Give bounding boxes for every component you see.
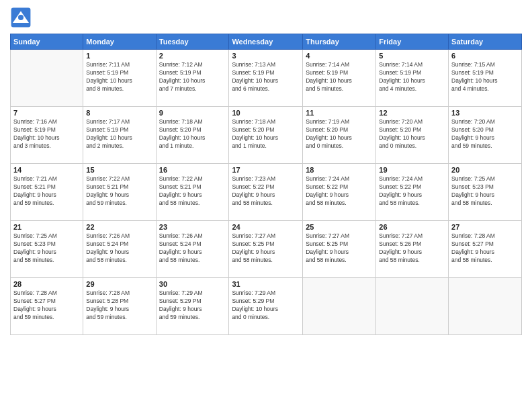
calendar-day-cell xyxy=(11,50,83,107)
day-info: Sunrise: 7:20 AM Sunset: 5:20 PM Dayligh… xyxy=(451,118,519,150)
calendar-day-cell: 21Sunrise: 7:25 AM Sunset: 5:23 PM Dayli… xyxy=(11,221,83,278)
day-info: Sunrise: 7:25 AM Sunset: 5:23 PM Dayligh… xyxy=(451,175,519,208)
calendar-day-cell: 30Sunrise: 7:29 AM Sunset: 5:29 PM Dayli… xyxy=(156,278,229,335)
calendar-day-cell: 8Sunrise: 7:17 AM Sunset: 5:19 PM Daylig… xyxy=(83,107,156,164)
calendar-day-cell: 28Sunrise: 7:28 AM Sunset: 5:27 PM Dayli… xyxy=(11,278,83,335)
day-number: 10 xyxy=(232,109,300,117)
day-number: 19 xyxy=(379,166,445,174)
calendar-day-cell: 14Sunrise: 7:21 AM Sunset: 5:21 PM Dayli… xyxy=(11,164,83,221)
day-info: Sunrise: 7:23 AM Sunset: 5:22 PM Dayligh… xyxy=(232,175,300,208)
calendar-header-row: SundayMondayTuesdayWednesdayThursdayFrid… xyxy=(11,34,522,50)
day-info: Sunrise: 7:27 AM Sunset: 5:25 PM Dayligh… xyxy=(232,232,300,265)
calendar-day-header: Saturday xyxy=(449,34,522,50)
page: SundayMondayTuesdayWednesdayThursdayFrid… xyxy=(0,0,532,411)
header xyxy=(10,7,522,28)
day-number: 21 xyxy=(13,223,80,231)
day-number: 22 xyxy=(86,223,152,231)
day-number: 5 xyxy=(379,52,445,60)
day-number: 13 xyxy=(451,109,519,117)
day-number: 23 xyxy=(159,223,226,231)
calendar-day-cell: 18Sunrise: 7:24 AM Sunset: 5:22 PM Dayli… xyxy=(303,164,376,221)
day-info: Sunrise: 7:24 AM Sunset: 5:22 PM Dayligh… xyxy=(379,175,445,208)
day-info: Sunrise: 7:27 AM Sunset: 5:25 PM Dayligh… xyxy=(306,232,373,265)
day-number: 29 xyxy=(86,280,152,288)
day-number: 3 xyxy=(232,52,300,60)
day-info: Sunrise: 7:26 AM Sunset: 5:24 PM Dayligh… xyxy=(86,232,152,265)
calendar-day-cell: 29Sunrise: 7:28 AM Sunset: 5:28 PM Dayli… xyxy=(83,278,156,335)
calendar-day-cell: 20Sunrise: 7:25 AM Sunset: 5:23 PM Dayli… xyxy=(449,164,522,221)
calendar-day-cell: 9Sunrise: 7:18 AM Sunset: 5:20 PM Daylig… xyxy=(156,107,229,164)
calendar: SundayMondayTuesdayWednesdayThursdayFrid… xyxy=(10,34,522,335)
calendar-day-cell: 23Sunrise: 7:26 AM Sunset: 5:24 PM Dayli… xyxy=(156,221,229,278)
calendar-day-cell: 24Sunrise: 7:27 AM Sunset: 5:25 PM Dayli… xyxy=(229,221,303,278)
day-number: 20 xyxy=(451,166,519,174)
day-number: 17 xyxy=(232,166,300,174)
calendar-week-row: 21Sunrise: 7:25 AM Sunset: 5:23 PM Dayli… xyxy=(11,221,522,278)
day-number: 2 xyxy=(159,52,226,60)
calendar-day-cell: 7Sunrise: 7:16 AM Sunset: 5:19 PM Daylig… xyxy=(11,107,83,164)
calendar-week-row: 28Sunrise: 7:28 AM Sunset: 5:27 PM Dayli… xyxy=(11,278,522,335)
calendar-day-cell xyxy=(449,278,522,335)
day-number: 1 xyxy=(86,52,152,60)
day-info: Sunrise: 7:17 AM Sunset: 5:19 PM Dayligh… xyxy=(86,118,152,150)
day-info: Sunrise: 7:14 AM Sunset: 5:19 PM Dayligh… xyxy=(306,61,373,93)
calendar-day-cell: 25Sunrise: 7:27 AM Sunset: 5:25 PM Dayli… xyxy=(303,221,376,278)
calendar-day-cell: 27Sunrise: 7:28 AM Sunset: 5:27 PM Dayli… xyxy=(449,221,522,278)
day-info: Sunrise: 7:24 AM Sunset: 5:22 PM Dayligh… xyxy=(306,175,373,208)
day-number: 28 xyxy=(13,280,80,288)
calendar-day-cell: 16Sunrise: 7:22 AM Sunset: 5:21 PM Dayli… xyxy=(156,164,229,221)
day-number: 8 xyxy=(86,109,152,117)
day-number: 11 xyxy=(306,109,373,117)
calendar-day-cell: 13Sunrise: 7:20 AM Sunset: 5:20 PM Dayli… xyxy=(449,107,522,164)
calendar-day-cell: 22Sunrise: 7:26 AM Sunset: 5:24 PM Dayli… xyxy=(83,221,156,278)
day-info: Sunrise: 7:27 AM Sunset: 5:26 PM Dayligh… xyxy=(379,232,445,265)
day-info: Sunrise: 7:14 AM Sunset: 5:19 PM Dayligh… xyxy=(379,61,445,93)
calendar-day-header: Tuesday xyxy=(156,34,229,50)
day-number: 18 xyxy=(306,166,373,174)
calendar-week-row: 14Sunrise: 7:21 AM Sunset: 5:21 PM Dayli… xyxy=(11,164,522,221)
day-info: Sunrise: 7:20 AM Sunset: 5:20 PM Dayligh… xyxy=(379,118,445,150)
calendar-day-cell: 31Sunrise: 7:29 AM Sunset: 5:29 PM Dayli… xyxy=(229,278,303,335)
svg-point-2 xyxy=(18,15,24,20)
calendar-day-cell xyxy=(303,278,376,335)
calendar-day-cell: 6Sunrise: 7:15 AM Sunset: 5:19 PM Daylig… xyxy=(449,50,522,107)
calendar-day-cell: 19Sunrise: 7:24 AM Sunset: 5:22 PM Dayli… xyxy=(376,164,449,221)
day-info: Sunrise: 7:28 AM Sunset: 5:27 PM Dayligh… xyxy=(451,232,519,265)
day-number: 27 xyxy=(451,223,519,231)
day-number: 31 xyxy=(232,280,300,288)
day-info: Sunrise: 7:22 AM Sunset: 5:21 PM Dayligh… xyxy=(159,175,226,208)
day-info: Sunrise: 7:28 AM Sunset: 5:28 PM Dayligh… xyxy=(86,289,152,322)
day-info: Sunrise: 7:18 AM Sunset: 5:20 PM Dayligh… xyxy=(159,118,226,150)
calendar-day-cell: 3Sunrise: 7:13 AM Sunset: 5:19 PM Daylig… xyxy=(229,50,303,107)
day-info: Sunrise: 7:18 AM Sunset: 5:20 PM Dayligh… xyxy=(232,118,300,150)
day-number: 30 xyxy=(159,280,226,288)
day-number: 24 xyxy=(232,223,300,231)
calendar-day-cell: 11Sunrise: 7:19 AM Sunset: 5:20 PM Dayli… xyxy=(303,107,376,164)
day-number: 26 xyxy=(379,223,445,231)
day-number: 14 xyxy=(13,166,80,174)
calendar-day-cell: 26Sunrise: 7:27 AM Sunset: 5:26 PM Dayli… xyxy=(376,221,449,278)
day-number: 12 xyxy=(379,109,445,117)
calendar-day-header: Thursday xyxy=(303,34,376,50)
day-number: 9 xyxy=(159,109,226,117)
day-info: Sunrise: 7:22 AM Sunset: 5:21 PM Dayligh… xyxy=(86,175,152,208)
day-info: Sunrise: 7:15 AM Sunset: 5:19 PM Dayligh… xyxy=(451,61,519,93)
calendar-day-cell: 10Sunrise: 7:18 AM Sunset: 5:20 PM Dayli… xyxy=(229,107,303,164)
calendar-day-cell: 12Sunrise: 7:20 AM Sunset: 5:20 PM Dayli… xyxy=(376,107,449,164)
day-info: Sunrise: 7:29 AM Sunset: 5:29 PM Dayligh… xyxy=(159,289,226,322)
day-number: 25 xyxy=(306,223,373,231)
day-info: Sunrise: 7:12 AM Sunset: 5:19 PM Dayligh… xyxy=(159,61,226,93)
logo-icon xyxy=(10,7,32,28)
day-info: Sunrise: 7:21 AM Sunset: 5:21 PM Dayligh… xyxy=(13,175,80,208)
calendar-day-header: Friday xyxy=(376,34,449,50)
day-info: Sunrise: 7:29 AM Sunset: 5:29 PM Dayligh… xyxy=(232,289,300,322)
calendar-week-row: 7Sunrise: 7:16 AM Sunset: 5:19 PM Daylig… xyxy=(11,107,522,164)
calendar-day-cell xyxy=(376,278,449,335)
calendar-day-cell: 2Sunrise: 7:12 AM Sunset: 5:19 PM Daylig… xyxy=(156,50,229,107)
calendar-day-cell: 1Sunrise: 7:11 AM Sunset: 5:19 PM Daylig… xyxy=(83,50,156,107)
calendar-day-header: Wednesday xyxy=(229,34,303,50)
day-number: 4 xyxy=(306,52,373,60)
day-info: Sunrise: 7:28 AM Sunset: 5:27 PM Dayligh… xyxy=(13,289,80,322)
day-number: 7 xyxy=(13,109,80,117)
calendar-day-cell: 5Sunrise: 7:14 AM Sunset: 5:19 PM Daylig… xyxy=(376,50,449,107)
